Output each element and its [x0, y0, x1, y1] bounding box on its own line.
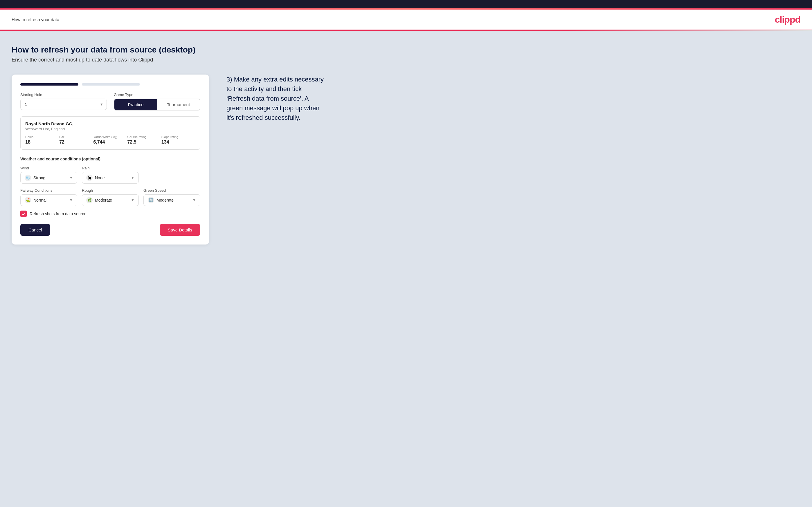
side-text-content: 3) Make any extra edits necessary to the… — [226, 74, 325, 122]
game-type-label: Game Type — [114, 93, 200, 97]
par-value: 72 — [59, 139, 93, 145]
action-row: Cancel Save Details — [20, 224, 200, 236]
stat-holes: Holes 18 — [25, 135, 59, 145]
course-stats: Holes 18 Par 72 Yards/White (M)) 6,744 C… — [25, 135, 195, 145]
rough-group: Rough 🌿 Moderate ▼ — [82, 188, 139, 206]
wind-group: Wind 💨 Strong ▼ — [20, 166, 77, 184]
stat-par: Par 72 — [59, 135, 93, 145]
wind-label: Wind — [20, 166, 77, 170]
header: How to refresh your data clippd — [0, 10, 812, 30]
form-card: Starting Hole 1 10 ▼ Game Type Practice … — [12, 74, 209, 244]
fairway-arrow-icon: ▼ — [69, 198, 73, 202]
main-content: How to refresh your data from source (de… — [0, 31, 812, 507]
page-subtitle: Ensure the correct and most up to date d… — [12, 57, 800, 63]
tab-stub-inactive — [82, 83, 140, 86]
wind-arrow-icon: ▼ — [69, 176, 73, 180]
wind-icon: 💨 — [25, 175, 31, 181]
rain-select[interactable]: 🌦 None ▼ — [82, 172, 139, 184]
starting-hole-group: Starting Hole 1 10 ▼ — [20, 93, 107, 111]
holes-value: 18 — [25, 139, 59, 145]
rough-select[interactable]: 🌿 Moderate ▼ — [82, 194, 139, 206]
fairway-select[interactable]: ⛳ Normal ▼ — [20, 194, 77, 206]
course-card: Royal North Devon GC, Westward Ho!, Engl… — [20, 116, 200, 150]
course-location: Westward Ho!, England — [25, 127, 195, 131]
rough-label: Rough — [82, 188, 139, 192]
save-button[interactable]: Save Details — [160, 224, 200, 236]
practice-button[interactable]: Practice — [114, 99, 157, 110]
slope-rating-label: Slope rating — [161, 135, 195, 138]
stat-slope-rating: Slope rating 134 — [161, 135, 195, 145]
rain-group: Rain 🌦 None ▼ — [82, 166, 139, 184]
content-row: Starting Hole 1 10 ▼ Game Type Practice … — [12, 74, 800, 244]
slope-rating-value: 134 — [161, 139, 195, 145]
starting-hole-select-wrapper: 1 10 ▼ — [20, 99, 107, 110]
fairway-group: Fairway Conditions ⛳ Normal ▼ — [20, 188, 77, 206]
weather-section-title: Weather and course conditions (optional) — [20, 157, 200, 161]
fairway-label: Fairway Conditions — [20, 188, 77, 192]
refresh-checkbox-row: Refresh shots from data source — [20, 211, 200, 217]
logo: clippd — [775, 14, 800, 25]
course-name: Royal North Devon GC, — [25, 121, 195, 126]
cancel-button[interactable]: Cancel — [20, 224, 50, 236]
refresh-checkbox-label: Refresh shots from data source — [30, 212, 86, 216]
wind-rain-row: Wind 💨 Strong ▼ Rain 🌦 None ▼ — [20, 166, 200, 184]
fairway-value: Normal — [33, 198, 67, 203]
fairway-rough-green-row: Fairway Conditions ⛳ Normal ▼ Rough 🌿 Mo… — [20, 188, 200, 206]
rough-value: Moderate — [95, 198, 129, 203]
header-title: How to refresh your data — [12, 17, 59, 22]
rough-icon: 🌿 — [86, 197, 93, 203]
rough-arrow-icon: ▼ — [131, 198, 135, 202]
green-speed-value: Moderate — [156, 198, 190, 203]
placeholder-group — [143, 166, 200, 184]
side-text-container: 3) Make any extra edits necessary to the… — [226, 74, 325, 122]
course-rating-value: 72.5 — [128, 139, 161, 145]
refresh-checkbox[interactable] — [20, 211, 27, 217]
stat-course-rating: Course rating 72.5 — [128, 135, 161, 145]
green-speed-arrow-icon: ▼ — [193, 198, 196, 202]
starting-hole-game-type-row: Starting Hole 1 10 ▼ Game Type Practice … — [20, 93, 200, 111]
top-bar — [0, 0, 812, 8]
stat-yards: Yards/White (M)) 6,744 — [93, 135, 127, 145]
wind-value: Strong — [33, 175, 67, 180]
game-type-group-container: Game Type Practice Tournament — [114, 93, 200, 111]
course-rating-label: Course rating — [128, 135, 161, 138]
tournament-button[interactable]: Tournament — [157, 99, 200, 110]
rain-label: Rain — [82, 166, 139, 170]
page-heading: How to refresh your data from source (de… — [12, 45, 800, 55]
checkmark-icon — [21, 212, 26, 216]
rain-arrow-icon: ▼ — [131, 176, 135, 180]
green-speed-label: Green Speed — [143, 188, 200, 192]
yards-value: 6,744 — [93, 139, 127, 145]
starting-hole-label: Starting Hole — [20, 93, 107, 97]
tab-stubs — [20, 83, 200, 86]
green-speed-icon: 🔄 — [148, 197, 154, 203]
wind-select[interactable]: 💨 Strong ▼ — [20, 172, 77, 184]
rain-icon: 🌦 — [86, 175, 93, 181]
green-speed-group: Green Speed 🔄 Moderate ▼ — [143, 188, 200, 206]
tab-stub-active — [20, 83, 79, 86]
par-label: Par — [59, 135, 93, 138]
rain-value: None — [95, 175, 129, 180]
yards-label: Yards/White (M)) — [93, 135, 127, 138]
starting-hole-select[interactable]: 1 10 — [20, 99, 107, 110]
game-type-toggle: Practice Tournament — [114, 99, 200, 111]
fairway-icon: ⛳ — [25, 197, 31, 203]
green-speed-select[interactable]: 🔄 Moderate ▼ — [143, 194, 200, 206]
holes-label: Holes — [25, 135, 59, 138]
